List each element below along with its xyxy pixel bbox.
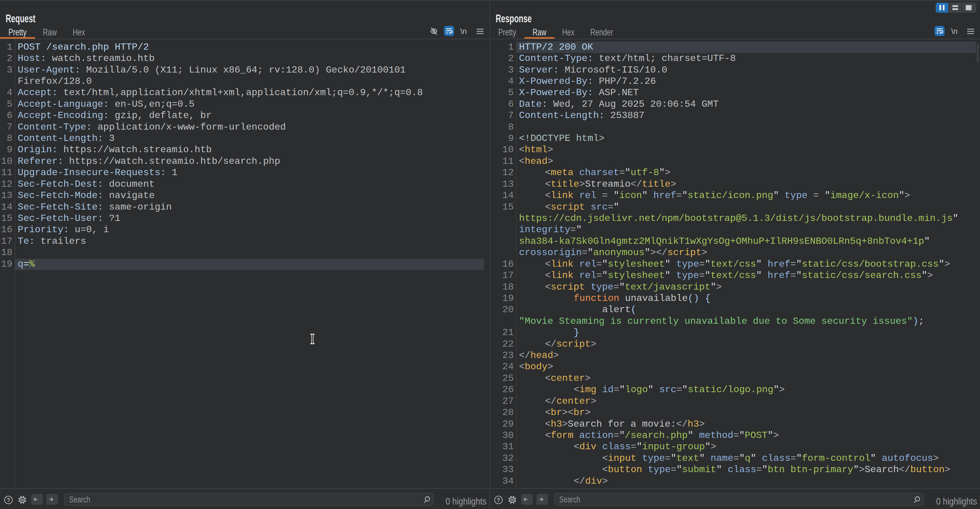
svg-text:?: ?: [7, 497, 10, 503]
svg-text:?: ?: [497, 497, 500, 503]
